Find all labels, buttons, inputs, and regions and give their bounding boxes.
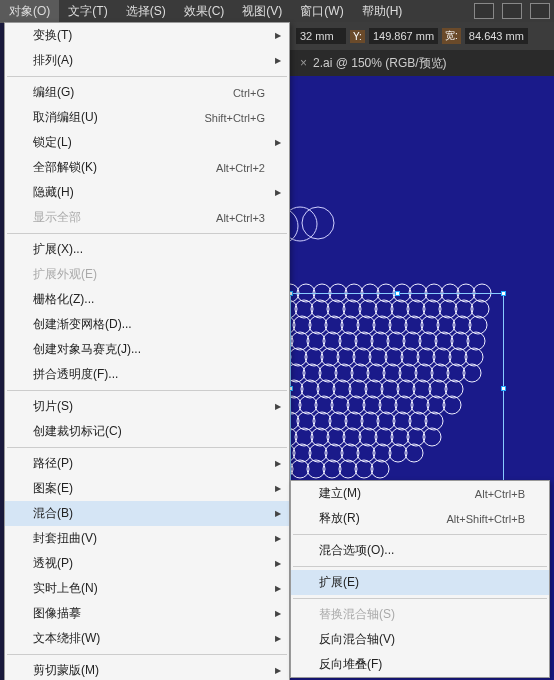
menu-view[interactable]: 视图(V) [233, 0, 291, 23]
selection-handle-nw[interactable] [290, 291, 293, 296]
menu-unlock-all[interactable]: 全部解锁(K)Alt+Ctrl+2 [5, 155, 289, 180]
close-icon[interactable]: × [300, 56, 307, 70]
document-tab-bar: × 2.ai @ 150% (RGB/预览) [290, 50, 554, 76]
submenu-reverse-spine[interactable]: 反向混合轴(V) [291, 627, 549, 652]
menu-text[interactable]: 文字(T) [59, 0, 116, 23]
object-menu-dropdown: 变换(T) 排列(A) 编组(G)Ctrl+G 取消编组(U)Shift+Ctr… [4, 22, 290, 680]
menu-flatten-transparency[interactable]: 拼合透明度(F)... [5, 362, 289, 387]
selection-bounding-box[interactable] [290, 293, 504, 483]
menu-hide[interactable]: 隐藏(H) [5, 180, 289, 205]
menu-object[interactable]: 对象(O) [0, 0, 59, 23]
menu-perspective[interactable]: 透视(P) [5, 551, 289, 576]
menu-create-object-mosaic[interactable]: 创建对象马赛克(J)... [5, 337, 289, 362]
menu-separator [7, 447, 287, 448]
x-value[interactable]: 32 mm [296, 28, 346, 44]
submenu-reverse-front-to-back[interactable]: 反向堆叠(F) [291, 652, 549, 677]
toolbar-icon-1[interactable] [474, 3, 494, 19]
selection-handle-w[interactable] [290, 386, 293, 391]
y-value[interactable]: 149.867 mm [369, 28, 438, 44]
menu-envelope-distort[interactable]: 封套扭曲(V) [5, 526, 289, 551]
menu-image-trace[interactable]: 图像描摹 [5, 601, 289, 626]
toolbar-right-icons [474, 0, 550, 22]
menu-effect[interactable]: 效果(C) [175, 0, 234, 23]
menu-create-trim-marks[interactable]: 创建裁切标记(C) [5, 419, 289, 444]
menu-path[interactable]: 路径(P) [5, 451, 289, 476]
menu-create-gradient-mesh[interactable]: 创建渐变网格(D)... [5, 312, 289, 337]
menu-expand-appearance: 扩展外观(E) [5, 262, 289, 287]
submenu-replace-spine: 替换混合轴(S) [291, 602, 549, 627]
menu-separator [293, 566, 547, 567]
menu-separator [7, 654, 287, 655]
menu-separator [293, 534, 547, 535]
menu-select[interactable]: 选择(S) [117, 0, 175, 23]
menu-bar: 对象(O) 文字(T) 选择(S) 效果(C) 视图(V) 窗口(W) 帮助(H… [0, 0, 554, 22]
menu-blend[interactable]: 混合(B) [5, 501, 289, 526]
width-label: 宽: [442, 28, 461, 44]
menu-ungroup[interactable]: 取消编组(U)Shift+Ctrl+G [5, 105, 289, 130]
submenu-blend-options[interactable]: 混合选项(O)... [291, 538, 549, 563]
menu-rasterize[interactable]: 栅格化(Z)... [5, 287, 289, 312]
menu-arrange[interactable]: 排列(A) [5, 48, 289, 73]
tab-title: 2.ai @ 150% (RGB/预览) [313, 55, 447, 72]
selection-handle-ne[interactable] [501, 291, 506, 296]
menu-expand[interactable]: 扩展(X)... [5, 237, 289, 262]
menu-clipping-mask[interactable]: 剪切蒙版(M) [5, 658, 289, 680]
menu-separator [7, 233, 287, 234]
svg-point-1 [290, 207, 317, 241]
svg-point-2 [302, 207, 334, 239]
submenu-make[interactable]: 建立(M)Alt+Ctrl+B [291, 481, 549, 506]
menu-show-all: 显示全部Alt+Ctrl+3 [5, 205, 289, 230]
menu-pattern[interactable]: 图案(E) [5, 476, 289, 501]
selection-handle-n[interactable] [395, 291, 400, 296]
menu-slice[interactable]: 切片(S) [5, 394, 289, 419]
menu-live-paint[interactable]: 实时上色(N) [5, 576, 289, 601]
selection-handle-e[interactable] [501, 386, 506, 391]
y-label: Y: [350, 30, 365, 43]
blend-submenu: 建立(M)Alt+Ctrl+B 释放(R)Alt+Shift+Ctrl+B 混合… [290, 480, 550, 678]
menu-help[interactable]: 帮助(H) [353, 0, 412, 23]
coordinate-bar: 32 mm Y: 149.867 mm 宽: 84.643 mm [290, 22, 554, 50]
menu-lock[interactable]: 锁定(L) [5, 130, 289, 155]
menu-separator [7, 76, 287, 77]
width-value[interactable]: 84.643 mm [465, 28, 528, 44]
menu-group[interactable]: 编组(G)Ctrl+G [5, 80, 289, 105]
menu-separator [7, 390, 287, 391]
menu-text-wrap[interactable]: 文本绕排(W) [5, 626, 289, 651]
menu-separator [293, 598, 547, 599]
menu-transform[interactable]: 变换(T) [5, 23, 289, 48]
submenu-expand[interactable]: 扩展(E) [291, 570, 549, 595]
toolbar-icon-2[interactable] [502, 3, 522, 19]
document-tab[interactable]: × 2.ai @ 150% (RGB/预览) [290, 51, 457, 76]
toolbar-icon-3[interactable] [530, 3, 550, 19]
menu-window[interactable]: 窗口(W) [291, 0, 352, 23]
submenu-release[interactable]: 释放(R)Alt+Shift+Ctrl+B [291, 506, 549, 531]
